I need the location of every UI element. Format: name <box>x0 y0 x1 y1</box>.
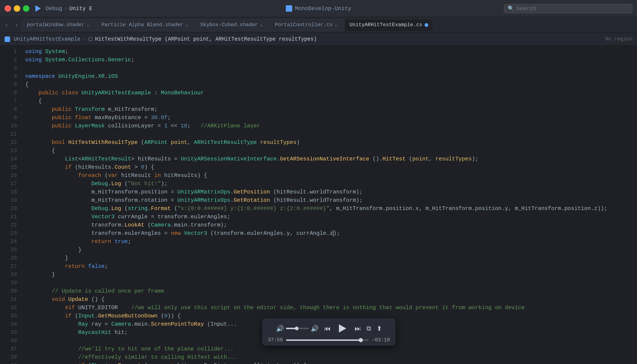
line-num-28: 28 <box>0 270 17 279</box>
path-root[interactable]: UnityARHitTestExample <box>14 36 80 42</box>
volume-thumb <box>295 326 299 330</box>
line-num-22: 22 <box>0 221 17 229</box>
tab-particle-alpha[interactable]: Particle Alpha Blend.shader ✕ <box>97 19 195 31</box>
code-line-22: transform.LookAt (Camera.main.transform)… <box>25 221 637 229</box>
line-numbers: 1 2 3 4 5 6 7 8 9 10 11 12 13 14 15 16 1… <box>0 46 21 364</box>
tab-nav-prev[interactable]: ‹ <box>2 20 11 30</box>
traffic-lights <box>5 5 30 12</box>
tab-nav-next[interactable]: › <box>12 20 21 30</box>
code-line-16: foreach (var hitResult in hitResults) { <box>25 172 637 180</box>
path-bar: UnityARHitTestExample › ⬡ HitTestWithRes… <box>0 33 637 46</box>
line-num-13: 13 <box>0 147 17 155</box>
line-num-25: 25 <box>0 246 17 254</box>
code-line-3 <box>25 64 637 72</box>
line-num-34: 34 <box>0 320 17 328</box>
tab-close-icon[interactable]: ✕ <box>186 23 190 27</box>
tab-portalcontroller[interactable]: PortalController.cs ✕ <box>270 19 344 31</box>
line-num-26: 26 <box>0 254 17 262</box>
search-input[interactable] <box>516 6 628 12</box>
tab-label: portalWindow.shader <box>27 22 85 28</box>
minimize-button[interactable] <box>14 5 20 12</box>
volume-up-icon[interactable]: 🔊 <box>311 325 319 332</box>
line-num-9: 9 <box>0 114 17 122</box>
pip-button[interactable]: ⧉ <box>366 325 371 332</box>
tab-unityarhittest[interactable]: UnityARHitTestExample.cs <box>345 19 433 31</box>
code-line-30: // Update is called once per frame <box>25 287 637 296</box>
code-line-7: { <box>25 97 637 105</box>
tab-skybox[interactable]: Skybox-Cubed.shader ✕ <box>195 19 269 31</box>
line-num-15: 15 <box>0 163 17 172</box>
code-line-26: } <box>25 254 637 262</box>
time-remaining: -03:10 <box>372 337 390 343</box>
play-pause-button[interactable] <box>336 322 349 335</box>
tab-portalwindow-shader[interactable]: portalWindow.shader ✕ <box>22 19 96 31</box>
line-num-14: 14 <box>0 155 17 163</box>
line-num-7: 7 <box>0 97 17 105</box>
code-line-31: void Update () { <box>25 296 637 304</box>
breadcrumb-sep-1: › <box>64 6 67 12</box>
path-method[interactable]: HitTestWithResultType (ARPoint point, AR… <box>95 36 317 42</box>
time-current: 37:56 <box>268 337 283 343</box>
run-button[interactable] <box>34 4 42 12</box>
line-num-27: 27 <box>0 262 17 270</box>
breadcrumb-unity[interactable]: Unity E <box>69 6 92 12</box>
progress-thumb <box>359 338 363 342</box>
path-sep: › <box>83 36 86 42</box>
media-controls: 🔊 🔊 ⏮ ⏭ ⧉ ⬆ <box>268 322 390 335</box>
play-icon <box>339 324 346 332</box>
tab-label: PortalController.cs <box>275 22 333 28</box>
search-bar[interactable]: 🔍 <box>504 4 632 13</box>
volume-bar[interactable] <box>286 328 309 329</box>
maximize-button[interactable] <box>23 5 30 12</box>
code-line-25: } <box>25 246 637 254</box>
code-line-8: public Transform m_HitTransform; <box>25 105 637 114</box>
line-num-1: 1 <box>0 48 17 56</box>
rewind-button[interactable]: ⏮ <box>324 325 331 332</box>
close-button[interactable] <box>5 5 11 12</box>
tab-label: Skybox-Cubed.shader <box>200 22 258 28</box>
line-num-30: 30 <box>0 287 17 296</box>
line-num-19: 19 <box>0 196 17 204</box>
forward-button[interactable]: ⏭ <box>355 325 361 332</box>
progress-row: 37:56 -03:10 <box>268 337 390 343</box>
line-num-4: 4 <box>0 72 17 80</box>
monodevelop-icon <box>286 5 292 12</box>
line-num-31: 31 <box>0 296 17 304</box>
code-line-14: List<ARHitTestResult> hitResults = Unity… <box>25 155 637 163</box>
code-line-37: //we'll try to hit one of the plane coll… <box>25 345 637 353</box>
code-line-23: transform.eulerAngles = new Vector3 (tra… <box>25 229 637 238</box>
tab-close-icon[interactable]: ✕ <box>260 23 264 27</box>
progress-track[interactable] <box>286 340 369 341</box>
code-line-29 <box>25 279 637 287</box>
share-button[interactable]: ⬆ <box>377 325 382 332</box>
line-num-36: 36 <box>0 337 17 345</box>
line-num-17: 17 <box>0 180 17 188</box>
volume-control[interactable]: 🔊 🔊 <box>276 325 319 332</box>
code-line-38: //effectively similar to calling HitTest… <box>25 353 637 362</box>
line-num-37: 37 <box>0 345 17 353</box>
volume-icon[interactable]: 🔊 <box>276 325 284 332</box>
line-num-29: 29 <box>0 279 17 287</box>
line-num-10: 10 <box>0 122 17 130</box>
breadcrumb-debug[interactable]: Debug <box>46 6 62 12</box>
tab-close-icon[interactable]: ✕ <box>335 23 339 27</box>
code-line-32: #if UNITY_EDITOR //we will only use this… <box>25 304 637 312</box>
code-line-21: Vector3 currAngle = transform.eulerAngle… <box>25 213 637 221</box>
code-line-10: public LayerMask collisionLayer = 1 << 1… <box>25 122 637 130</box>
line-num-8: 8 <box>0 105 17 114</box>
tab-close-icon[interactable]: ✕ <box>87 23 91 27</box>
code-line-15: if (hitResults.Count > 0) { <box>25 163 637 172</box>
code-content[interactable]: using System; using System.Collections.G… <box>21 46 637 364</box>
code-line-20: Debug.Log (string.Format ("x:{0:0.######… <box>25 204 637 213</box>
tab-label: Particle Alpha Blend.shader <box>102 22 183 28</box>
progress-fill <box>286 340 363 341</box>
line-num-16: 16 <box>0 172 17 180</box>
line-num-38: 38 <box>0 353 17 362</box>
line-num-39: 39 <box>0 362 17 364</box>
tab-label: UnityARHitTestExample.cs <box>349 22 422 28</box>
code-line-17: Debug.Log ("Got hit!"); <box>25 180 637 188</box>
search-icon: 🔍 <box>508 6 514 12</box>
editor: 1 2 3 4 5 6 7 8 9 10 11 12 13 14 15 16 1… <box>0 46 637 364</box>
path-region: No region <box>605 36 632 42</box>
code-line-11 <box>25 130 637 138</box>
